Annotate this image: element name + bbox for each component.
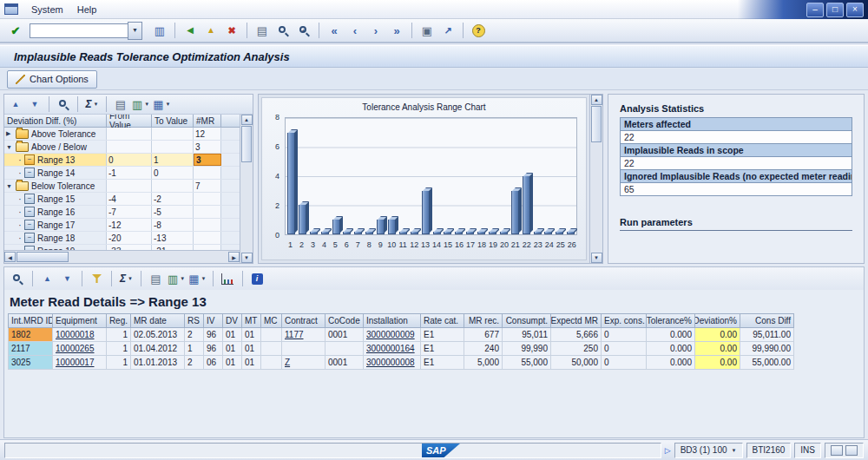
help-button[interactable]: ? bbox=[469, 21, 488, 40]
details-col-header[interactable]: CoCode bbox=[326, 313, 364, 328]
sort-desc-button[interactable]: ▼ bbox=[26, 96, 43, 113]
status-system-field[interactable]: BD3 (1) 100 ▼ bbox=[674, 443, 743, 458]
close-button[interactable]: × bbox=[846, 3, 864, 17]
details-col-header[interactable]: Reg. bbox=[107, 313, 131, 328]
chart-vscrollbar[interactable]: ▲ ▼ bbox=[589, 95, 602, 263]
details-col-header[interactable]: MR date bbox=[131, 313, 185, 328]
status-doc-icon[interactable] bbox=[831, 445, 843, 456]
export-button[interactable]: ▥▼ bbox=[131, 96, 150, 113]
details-col-header[interactable]: Consumpt. bbox=[503, 313, 551, 328]
scroll-down-icon[interactable]: ▼ bbox=[241, 253, 253, 263]
command-input[interactable] bbox=[30, 23, 128, 38]
command-dropdown-icon[interactable]: ▼ bbox=[128, 22, 142, 40]
status-expand-icon[interactable]: ▷ bbox=[665, 446, 671, 455]
scroll-up-icon[interactable]: ▲ bbox=[241, 115, 253, 125]
tree-col-header[interactable]: #MR bbox=[194, 115, 221, 128]
details-col-header[interactable]: MT bbox=[242, 313, 261, 328]
cell-link[interactable]: 10000265 bbox=[56, 344, 95, 353]
tree-row[interactable]: ·Range 13013 bbox=[4, 154, 240, 167]
tree-vscrollbar[interactable]: ▲ ▼ bbox=[240, 115, 253, 263]
details-col-header[interactable]: MR rec. bbox=[464, 313, 503, 328]
save-button[interactable]: ▥ bbox=[150, 21, 169, 40]
scroll-down-icon[interactable]: ▼ bbox=[591, 253, 602, 263]
scroll-right-icon[interactable]: ▶ bbox=[228, 252, 240, 262]
scroll-up-icon[interactable]: ▲ bbox=[591, 95, 602, 105]
tree-row[interactable]: ▼Below Tolerance7 bbox=[4, 180, 240, 193]
menu-system[interactable]: System bbox=[24, 3, 70, 16]
tree-row[interactable]: ·Range 17-12-8 bbox=[4, 219, 240, 232]
sum-button[interactable]: Σ▼ bbox=[83, 96, 101, 113]
tree-row[interactable]: ▼Above / Below3 bbox=[4, 141, 240, 154]
tree-col-header[interactable]: To Value bbox=[152, 115, 194, 128]
cell-link[interactable]: Z bbox=[285, 358, 290, 367]
find-next-button[interactable]: + bbox=[294, 21, 313, 40]
details-col-header[interactable]: DV bbox=[223, 313, 242, 328]
details-col-header[interactable]: MC bbox=[261, 313, 282, 328]
tree-col-header[interactable]: Deviation Diff. (%) bbox=[4, 115, 107, 128]
cell-link[interactable]: 3000000164 bbox=[366, 344, 415, 353]
tree-row[interactable]: ·Range 15-4-2 bbox=[4, 193, 240, 206]
tree-col-header[interactable]: From Value bbox=[107, 115, 152, 128]
tree-row[interactable]: ·Range 18-20-13 bbox=[4, 232, 240, 245]
details-col-header[interactable]: Installation bbox=[364, 313, 421, 328]
exit-button[interactable]: ▲ bbox=[201, 21, 220, 40]
detail-button[interactable] bbox=[9, 270, 27, 287]
first-page-button[interactable]: « bbox=[325, 21, 344, 40]
details-col-header[interactable]: Cons Diff bbox=[740, 313, 794, 328]
tree-expander-icon[interactable]: ▼ bbox=[6, 183, 15, 189]
filter-button[interactable] bbox=[88, 270, 106, 287]
tree-expander-icon[interactable]: ▶ bbox=[6, 130, 15, 137]
views-button[interactable]: ▦▼ bbox=[187, 270, 207, 287]
back-button[interactable]: ◀ bbox=[181, 21, 200, 40]
print-button[interactable]: ▤ bbox=[147, 270, 165, 287]
dropdown-caret-icon[interactable]: ▼ bbox=[180, 276, 185, 281]
details-col-header[interactable]: Rate cat. bbox=[421, 313, 464, 328]
status-system-caret-icon[interactable]: ▼ bbox=[732, 448, 737, 453]
details-col-header[interactable]: Deviation% bbox=[695, 313, 740, 328]
vscroll-thumb[interactable] bbox=[591, 106, 602, 142]
views-button[interactable]: ▦▼ bbox=[152, 96, 171, 113]
chart-options-button[interactable]: Chart Options bbox=[7, 70, 97, 89]
details-col-header[interactable]: Expectd MR bbox=[551, 313, 602, 328]
sort-asc-button[interactable]: ▲ bbox=[38, 270, 56, 287]
sum-button[interactable]: Σ▼ bbox=[117, 270, 135, 287]
find-button[interactable] bbox=[55, 96, 72, 113]
menu-help[interactable]: Help bbox=[70, 3, 104, 16]
new-session-button[interactable]: ▣ bbox=[418, 21, 437, 40]
details-col-header[interactable]: Equipment bbox=[53, 313, 107, 328]
sort-desc-button[interactable]: ▼ bbox=[58, 270, 76, 287]
cell-link[interactable]: 3000000008 bbox=[366, 358, 415, 367]
enter-button[interactable]: ✔ bbox=[6, 21, 25, 40]
next-page-button[interactable]: › bbox=[366, 21, 385, 40]
tree-row[interactable]: ·Range 16-7-5 bbox=[4, 206, 240, 219]
tree-hscrollbar[interactable]: ◀ ▶ bbox=[4, 250, 240, 263]
dropdown-caret-icon[interactable]: ▼ bbox=[128, 276, 133, 281]
shortcut-button[interactable]: ↗ bbox=[438, 21, 457, 40]
dropdown-caret-icon[interactable]: ▼ bbox=[166, 102, 171, 107]
cancel-button[interactable]: ✖ bbox=[222, 21, 241, 40]
print-button[interactable]: ▤ bbox=[253, 21, 272, 40]
cell-link[interactable]: 10000018 bbox=[56, 330, 95, 339]
details-col-header[interactable]: RS bbox=[185, 313, 204, 328]
dropdown-caret-icon[interactable]: ▼ bbox=[144, 102, 149, 107]
minimize-button[interactable]: – bbox=[806, 3, 824, 17]
sort-asc-button[interactable]: ▲ bbox=[7, 96, 24, 113]
find-button[interactable] bbox=[273, 21, 293, 40]
print-button[interactable]: ▤ bbox=[112, 96, 129, 113]
maximize-button[interactable]: □ bbox=[826, 3, 844, 17]
export-button[interactable]: ▥▼ bbox=[167, 270, 186, 287]
tree-row[interactable]: ▶Above Tolerance12 bbox=[4, 128, 240, 141]
tree-row[interactable]: ·Range 14-10 bbox=[4, 167, 240, 180]
details-col-header[interactable]: Exp. cons. bbox=[602, 313, 647, 328]
cell-link[interactable]: 1177 bbox=[285, 330, 304, 339]
prev-page-button[interactable]: ‹ bbox=[345, 21, 365, 40]
dropdown-caret-icon[interactable]: ▼ bbox=[201, 276, 207, 281]
scroll-left-icon[interactable]: ◀ bbox=[4, 252, 16, 262]
cell-link[interactable]: 10000017 bbox=[56, 358, 95, 367]
tree-expander-icon[interactable]: ▼ bbox=[6, 144, 15, 150]
table-row[interactable]: 180210000018102.05.201329601011177000130… bbox=[8, 328, 864, 342]
chart-button[interactable] bbox=[219, 270, 237, 287]
details-col-header[interactable]: Int.MRD ID bbox=[8, 313, 53, 328]
table-row[interactable]: 302510000017101.01.20132060101Z000130000… bbox=[8, 356, 864, 370]
dropdown-caret-icon[interactable]: ▼ bbox=[94, 102, 99, 107]
